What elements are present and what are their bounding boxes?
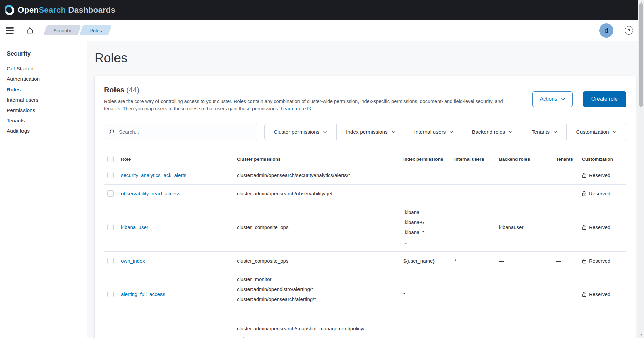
- roles-table: Role Cluster permissions Index permissio…: [104, 153, 626, 338]
- opensearch-brand[interactable]: OpenSearch Dashboards: [5, 5, 116, 15]
- index-permissions-cell: .kibana .kibana-6 .kibana_* ...: [403, 207, 454, 247]
- tenants-cell: —: [556, 289, 582, 299]
- cluster-permissions-cell: cluster:admin/opensearch/observability/g…: [237, 189, 403, 199]
- user-avatar[interactable]: d: [599, 23, 613, 38]
- role-link[interactable]: alerting_full_access: [121, 291, 165, 297]
- filter-tenants[interactable]: Tenants: [522, 124, 567, 140]
- chevron-down-icon: [323, 131, 327, 133]
- panel-header-text: Roles (44) Roles are the core way of con…: [104, 86, 504, 113]
- sidebar-item-authentication[interactable]: Authentication: [7, 76, 87, 82]
- row-checkbox[interactable]: [107, 258, 114, 264]
- roles-count: (44): [126, 86, 139, 94]
- tenants-cell: —: [556, 189, 582, 199]
- external-link-icon: [307, 106, 311, 112]
- column-header-backend-roles: Backend roles: [499, 157, 556, 162]
- chevron-down-icon: [561, 98, 565, 100]
- filter-group: Cluster permissions Index permissions In…: [264, 124, 626, 140]
- filter-cluster-permissions[interactable]: Cluster permissions: [265, 124, 337, 140]
- divider: [617, 22, 617, 39]
- cluster-permissions-cell: cluster_composite_ops: [237, 222, 403, 232]
- sidebar-item-tenants[interactable]: Tenants: [7, 118, 87, 124]
- hamburger-icon: [6, 27, 14, 34]
- create-role-button[interactable]: Create role: [583, 91, 626, 107]
- index-permissions-cell: *: [403, 289, 454, 299]
- sidebar-item-audit-logs[interactable]: Audit logs: [7, 128, 87, 134]
- roles-panel: Roles (44) Roles are the core way of con…: [95, 76, 636, 338]
- row-checkbox[interactable]: [107, 224, 114, 230]
- breadcrumb-security[interactable]: Security: [45, 25, 79, 35]
- lock-icon: [582, 173, 586, 178]
- cluster-permissions-cell: cluster:admin/opensearch/snapshot_manage…: [237, 324, 403, 338]
- top-header-bar: OpenSearch Dashboards: [0, 0, 644, 20]
- table-row: security_analytics_ack_alerts cluster:ad…: [104, 166, 626, 185]
- navigation-bar: Security Roles d ?: [0, 20, 644, 41]
- page-title: Roles: [95, 51, 636, 66]
- divider: [40, 20, 40, 41]
- column-header-internal-users: Internal users: [454, 157, 499, 162]
- index-permissions-cell: ${user_name}: [403, 256, 454, 266]
- divider: [596, 22, 596, 39]
- sidebar-item-get-started[interactable]: Get Started: [7, 66, 87, 72]
- page-scrollbar[interactable]: ▲ ▼: [638, 0, 644, 338]
- menu-button[interactable]: [0, 20, 19, 41]
- internal-users-cell: —: [454, 189, 499, 199]
- role-link[interactable]: own_index: [121, 258, 145, 264]
- filter-backend-roles[interactable]: Backend roles: [463, 124, 522, 140]
- scrollbar-down-arrow[interactable]: ▼: [638, 334, 644, 337]
- chevron-down-icon: [613, 131, 617, 133]
- cluster-permissions-cell: cluster:admin/opensearch/securityanalyti…: [237, 170, 403, 180]
- tenants-cell: —: [556, 170, 582, 180]
- navbar-right: d ?: [596, 22, 633, 39]
- breadcrumb: Security Roles: [45, 25, 110, 35]
- role-link[interactable]: kibana_user: [121, 224, 148, 230]
- row-checkbox[interactable]: [107, 291, 114, 297]
- panel-header: Roles (44) Roles are the core way of con…: [104, 86, 626, 113]
- help-icon[interactable]: ?: [625, 26, 633, 35]
- chevron-down-icon: [392, 131, 396, 133]
- filter-customization[interactable]: Customization: [567, 124, 626, 140]
- lock-icon: [582, 225, 586, 230]
- search-box: [104, 124, 257, 140]
- sidebar-item-permissions[interactable]: Permissions: [7, 107, 87, 113]
- customization-cell: Reserved: [582, 289, 626, 299]
- lock-icon: [582, 258, 586, 264]
- row-checkbox[interactable]: [107, 190, 114, 197]
- table-row: kibana_user cluster_composite_ops .kiban…: [104, 203, 626, 252]
- sidebar-item-internal-users[interactable]: Internal users: [7, 97, 87, 103]
- reserved-label: Reserved: [589, 222, 610, 232]
- internal-users-cell: *: [454, 256, 499, 266]
- brand-title: OpenSearch Dashboards: [18, 5, 116, 15]
- panel-description: Roles are the core way of controlling ac…: [104, 98, 504, 113]
- index-permissions-cell: —: [403, 189, 454, 199]
- backend-roles-cell: kibanauser: [499, 222, 556, 232]
- role-link[interactable]: observability_read_access: [121, 191, 180, 196]
- table-header-row: Role Cluster permissions Index permissio…: [104, 153, 626, 166]
- page-layout: Security Get Started Authentication Role…: [0, 41, 644, 338]
- home-button[interactable]: [19, 20, 40, 41]
- learn-more-link[interactable]: Learn more: [281, 106, 311, 111]
- sidebar-heading: Security: [7, 50, 87, 57]
- backend-roles-cell: —: [499, 256, 556, 266]
- main-content: Roles Roles (44) Roles are the core way …: [87, 41, 644, 338]
- sidebar-item-roles[interactable]: Roles: [7, 87, 87, 93]
- home-icon: [26, 26, 34, 34]
- customization-cell: Reserved: [582, 189, 626, 199]
- lock-icon: [582, 292, 586, 297]
- filter-index-permissions[interactable]: Index permissions: [337, 124, 405, 140]
- row-checkbox[interactable]: [107, 172, 114, 178]
- backend-roles-cell: —: [499, 170, 556, 180]
- select-all-checkbox[interactable]: [107, 156, 114, 162]
- search-input[interactable]: [118, 129, 252, 135]
- actions-button[interactable]: Actions: [532, 91, 572, 107]
- breadcrumb-roles: Roles: [81, 25, 110, 35]
- backend-roles-cell: —: [499, 189, 556, 199]
- column-header-tenants: Tenants: [556, 157, 582, 162]
- panel-actions: Actions Create role: [532, 91, 626, 107]
- role-link[interactable]: security_analytics_ack_alerts: [121, 172, 186, 178]
- customization-cell: Reserved: [582, 222, 626, 232]
- filter-internal-users[interactable]: Internal users: [405, 124, 463, 140]
- backend-roles-cell: —: [499, 289, 556, 299]
- lock-icon: [582, 191, 586, 196]
- scrollbar-thumb[interactable]: [639, 3, 643, 107]
- panel-title: Roles (44): [104, 86, 504, 94]
